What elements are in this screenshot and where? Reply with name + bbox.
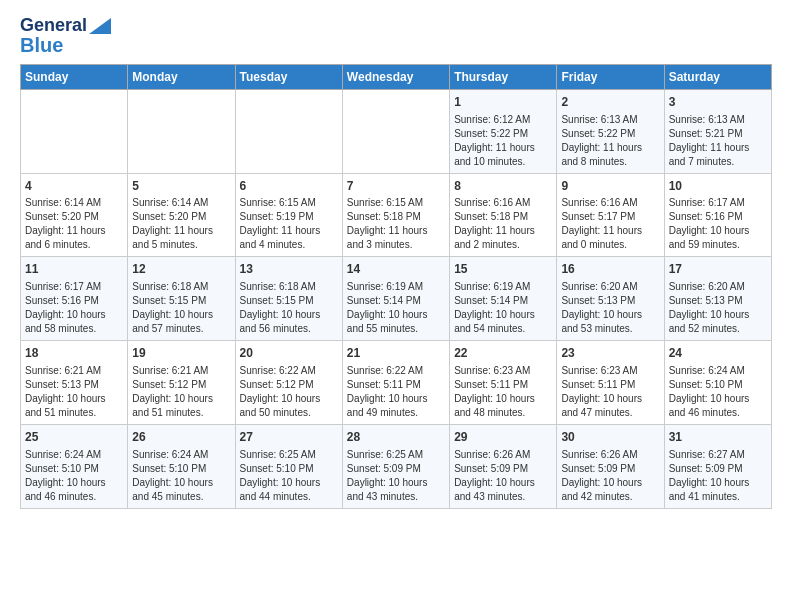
week-row-4: 18Sunrise: 6:21 AMSunset: 5:13 PMDayligh…	[21, 341, 772, 425]
day-info: Daylight: 10 hours	[132, 476, 230, 490]
day-info: Sunset: 5:10 PM	[240, 462, 338, 476]
day-info: Daylight: 10 hours	[132, 392, 230, 406]
day-number: 10	[669, 178, 767, 195]
logo: General Blue	[20, 16, 111, 56]
day-info: and 46 minutes.	[669, 406, 767, 420]
day-info: Sunset: 5:18 PM	[347, 210, 445, 224]
day-number: 5	[132, 178, 230, 195]
day-cell: 9Sunrise: 6:16 AMSunset: 5:17 PMDaylight…	[557, 173, 664, 257]
day-info: and 6 minutes.	[25, 238, 123, 252]
day-cell	[235, 89, 342, 173]
day-info: Sunrise: 6:22 AM	[347, 364, 445, 378]
day-info: and 50 minutes.	[240, 406, 338, 420]
day-info: Sunrise: 6:16 AM	[561, 196, 659, 210]
day-info: and 56 minutes.	[240, 322, 338, 336]
page: General Blue SundayMondayTuesdayWednesda…	[0, 0, 792, 519]
day-cell: 28Sunrise: 6:25 AMSunset: 5:09 PMDayligh…	[342, 424, 449, 508]
day-info: Daylight: 10 hours	[561, 308, 659, 322]
day-number: 18	[25, 345, 123, 362]
day-info: and 53 minutes.	[561, 322, 659, 336]
day-info: and 44 minutes.	[240, 490, 338, 504]
day-cell: 22Sunrise: 6:23 AMSunset: 5:11 PMDayligh…	[450, 341, 557, 425]
col-header-friday: Friday	[557, 64, 664, 89]
day-info: Sunset: 5:20 PM	[25, 210, 123, 224]
day-info: Sunset: 5:12 PM	[132, 378, 230, 392]
day-info: Sunrise: 6:23 AM	[454, 364, 552, 378]
day-info: and 58 minutes.	[25, 322, 123, 336]
day-cell: 27Sunrise: 6:25 AMSunset: 5:10 PMDayligh…	[235, 424, 342, 508]
day-info: Sunrise: 6:12 AM	[454, 113, 552, 127]
day-cell: 7Sunrise: 6:15 AMSunset: 5:18 PMDaylight…	[342, 173, 449, 257]
day-info: Sunrise: 6:19 AM	[454, 280, 552, 294]
day-info: Sunrise: 6:18 AM	[132, 280, 230, 294]
day-number: 29	[454, 429, 552, 446]
day-cell: 10Sunrise: 6:17 AMSunset: 5:16 PMDayligh…	[664, 173, 771, 257]
day-number: 9	[561, 178, 659, 195]
day-info: Sunset: 5:16 PM	[25, 294, 123, 308]
day-info: Sunrise: 6:24 AM	[132, 448, 230, 462]
day-info: Sunset: 5:15 PM	[132, 294, 230, 308]
day-number: 13	[240, 261, 338, 278]
day-info: Sunrise: 6:23 AM	[561, 364, 659, 378]
day-info: Daylight: 10 hours	[25, 476, 123, 490]
day-info: Sunrise: 6:14 AM	[132, 196, 230, 210]
day-number: 20	[240, 345, 338, 362]
day-number: 12	[132, 261, 230, 278]
day-info: Sunrise: 6:13 AM	[669, 113, 767, 127]
day-info: and 51 minutes.	[25, 406, 123, 420]
day-number: 22	[454, 345, 552, 362]
col-header-tuesday: Tuesday	[235, 64, 342, 89]
day-info: Daylight: 10 hours	[561, 476, 659, 490]
day-info: Daylight: 10 hours	[454, 308, 552, 322]
day-number: 23	[561, 345, 659, 362]
day-info: Sunrise: 6:21 AM	[132, 364, 230, 378]
day-info: Sunrise: 6:25 AM	[240, 448, 338, 462]
day-info: Sunrise: 6:15 AM	[347, 196, 445, 210]
day-number: 15	[454, 261, 552, 278]
day-info: Daylight: 10 hours	[347, 392, 445, 406]
day-number: 2	[561, 94, 659, 111]
day-info: Sunset: 5:21 PM	[669, 127, 767, 141]
day-number: 19	[132, 345, 230, 362]
week-row-1: 1Sunrise: 6:12 AMSunset: 5:22 PMDaylight…	[21, 89, 772, 173]
day-cell	[21, 89, 128, 173]
day-info: Daylight: 10 hours	[25, 308, 123, 322]
day-info: and 55 minutes.	[347, 322, 445, 336]
day-info: and 41 minutes.	[669, 490, 767, 504]
day-info: Sunset: 5:10 PM	[669, 378, 767, 392]
week-row-5: 25Sunrise: 6:24 AMSunset: 5:10 PMDayligh…	[21, 424, 772, 508]
day-cell: 4Sunrise: 6:14 AMSunset: 5:20 PMDaylight…	[21, 173, 128, 257]
day-info: Daylight: 11 hours	[561, 224, 659, 238]
day-info: and 2 minutes.	[454, 238, 552, 252]
day-cell: 5Sunrise: 6:14 AMSunset: 5:20 PMDaylight…	[128, 173, 235, 257]
day-info: and 10 minutes.	[454, 155, 552, 169]
day-info: Sunrise: 6:18 AM	[240, 280, 338, 294]
day-info: Sunrise: 6:19 AM	[347, 280, 445, 294]
day-info: Daylight: 10 hours	[561, 392, 659, 406]
day-info: Sunset: 5:15 PM	[240, 294, 338, 308]
day-info: and 3 minutes.	[347, 238, 445, 252]
day-number: 17	[669, 261, 767, 278]
day-cell: 30Sunrise: 6:26 AMSunset: 5:09 PMDayligh…	[557, 424, 664, 508]
day-info: Sunset: 5:09 PM	[561, 462, 659, 476]
day-number: 14	[347, 261, 445, 278]
day-info: Sunset: 5:13 PM	[669, 294, 767, 308]
day-info: Daylight: 10 hours	[454, 392, 552, 406]
day-info: Sunset: 5:16 PM	[669, 210, 767, 224]
day-cell: 6Sunrise: 6:15 AMSunset: 5:19 PMDaylight…	[235, 173, 342, 257]
day-info: Daylight: 11 hours	[240, 224, 338, 238]
day-info: and 48 minutes.	[454, 406, 552, 420]
day-cell: 11Sunrise: 6:17 AMSunset: 5:16 PMDayligh…	[21, 257, 128, 341]
day-info: Sunrise: 6:24 AM	[669, 364, 767, 378]
day-cell: 20Sunrise: 6:22 AMSunset: 5:12 PMDayligh…	[235, 341, 342, 425]
day-info: Sunset: 5:17 PM	[561, 210, 659, 224]
day-info: Sunset: 5:14 PM	[347, 294, 445, 308]
week-row-3: 11Sunrise: 6:17 AMSunset: 5:16 PMDayligh…	[21, 257, 772, 341]
day-info: Daylight: 10 hours	[669, 476, 767, 490]
header: General Blue	[20, 16, 772, 56]
day-info: and 47 minutes.	[561, 406, 659, 420]
day-info: Daylight: 11 hours	[454, 141, 552, 155]
day-info: Sunrise: 6:22 AM	[240, 364, 338, 378]
day-info: Sunrise: 6:26 AM	[454, 448, 552, 462]
day-number: 4	[25, 178, 123, 195]
